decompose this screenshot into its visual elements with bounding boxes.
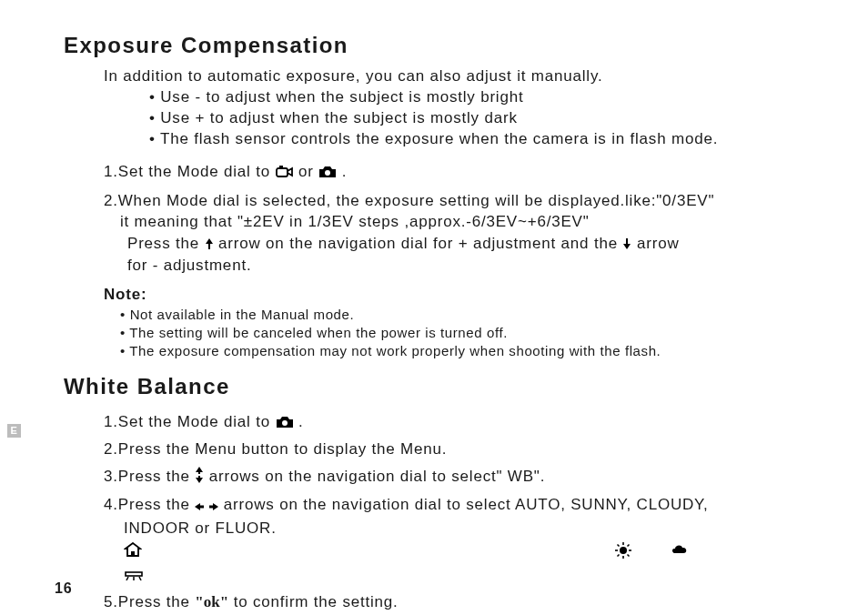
- camera-mode-icon: [276, 416, 294, 428]
- camera-mode-icon: [318, 166, 337, 178]
- indoor-icon: [124, 542, 142, 559]
- step-text: Press the arrow on the navigation dial f…: [127, 233, 824, 255]
- bullet-item: The flash sensor controls the exposure w…: [149, 129, 824, 150]
- left-right-arrows-icon: [195, 502, 218, 511]
- wb-steps: 1.Set the Mode dial to . 2.Press the Men…: [104, 410, 824, 614]
- step-text: to confirm the setting.: [234, 593, 399, 610]
- side-tab: E: [7, 424, 21, 438]
- svg-rect-1: [279, 166, 283, 168]
- step-text: 1.Set the Mode dial to: [104, 413, 276, 430]
- step-text-part: Press the: [127, 235, 205, 252]
- wb-step-1: 1.Set the Mode dial to .: [104, 410, 824, 434]
- wb-right-icons: [615, 542, 690, 559]
- note-item: The exposure compensation may not work p…: [120, 342, 824, 360]
- step-text: for - adjustment.: [127, 255, 824, 277]
- cloudy-icon: [670, 542, 690, 559]
- svg-line-13: [628, 545, 630, 547]
- wb-icons-row: [124, 542, 824, 559]
- svg-rect-0: [277, 168, 288, 176]
- note-item: Not available in the Manual mode.: [120, 306, 824, 324]
- page-number: 16: [55, 580, 72, 597]
- up-down-arrows-icon: [195, 467, 204, 483]
- exposure-steps: 1.Set the Mode dial to or . 2.When Mode …: [104, 161, 824, 277]
- step-text-part: arrow: [637, 235, 680, 252]
- svg-point-5: [620, 547, 627, 554]
- step-text: 3.Press the: [104, 468, 195, 485]
- step-text: or: [298, 163, 318, 180]
- note-item: The setting will be canceled when the po…: [120, 324, 824, 342]
- svg-line-11: [628, 555, 630, 557]
- svg-line-17: [139, 577, 141, 580]
- ok-icon: "ok": [195, 593, 228, 610]
- note-list: Not available in the Manual mode. The se…: [120, 306, 824, 361]
- fluor-icon: [124, 570, 144, 580]
- up-arrow-icon: [205, 237, 214, 250]
- down-arrow-icon: [622, 237, 631, 250]
- step-text-cont: INDOOR or FLUOR.: [124, 517, 824, 540]
- svg-point-2: [325, 170, 330, 176]
- step-2: 2.When Mode dial is selected, the exposu…: [104, 190, 824, 277]
- svg-line-10: [618, 545, 620, 547]
- step-1: 1.Set the Mode dial to or .: [104, 161, 824, 183]
- wb-step-4: 4.Press the arrows on the navigation dia…: [104, 493, 824, 587]
- svg-line-12: [618, 555, 620, 557]
- step-text: .: [342, 163, 348, 180]
- fluor-icon-row: [124, 562, 824, 586]
- wb-step-2: 2.Press the Menu button to display the M…: [104, 438, 824, 461]
- bullet-item: Use - to adjust when the subject is most…: [149, 87, 824, 108]
- manual-page: E Exposure Compensation In addition to a…: [0, 0, 868, 615]
- wb-step-3: 3.Press the arrows on the navigation dia…: [104, 465, 824, 489]
- svg-line-15: [126, 577, 128, 580]
- step-text: .: [298, 413, 304, 430]
- bullet-item: Use + to adjust when the subject is most…: [149, 108, 824, 129]
- step-text-part: arrow on the navigation dial for + adjus…: [218, 235, 622, 252]
- step-text: it meaning that "±2EV in 1/3EV steps ,ap…: [120, 211, 824, 233]
- heading-exposure-compensation: Exposure Compensation: [64, 33, 824, 58]
- note-heading: Note:: [104, 286, 824, 304]
- svg-rect-4: [131, 551, 135, 556]
- step-text: arrows on the navigation dial to select …: [224, 496, 709, 513]
- video-mode-icon: [276, 166, 294, 178]
- step-text: 1.Set the Mode dial to: [104, 163, 276, 180]
- step-text: 5.Press the: [104, 593, 195, 610]
- exposure-intro: In addition to automatic exposure, you c…: [104, 67, 824, 86]
- svg-point-3: [282, 420, 288, 426]
- step-text: arrows on the navigation dial to select"…: [209, 468, 545, 485]
- step-text: 4.Press the: [104, 496, 195, 513]
- heading-white-balance: White Balance: [64, 374, 824, 399]
- exposure-bullets: Use - to adjust when the subject is most…: [149, 87, 824, 150]
- sunny-icon: [615, 542, 631, 559]
- wb-step-5: 5.Press the "ok" to confirm the setting.: [104, 590, 824, 614]
- svg-rect-14: [126, 572, 142, 576]
- step-text: 2.When Mode dial is selected, the exposu…: [104, 190, 824, 212]
